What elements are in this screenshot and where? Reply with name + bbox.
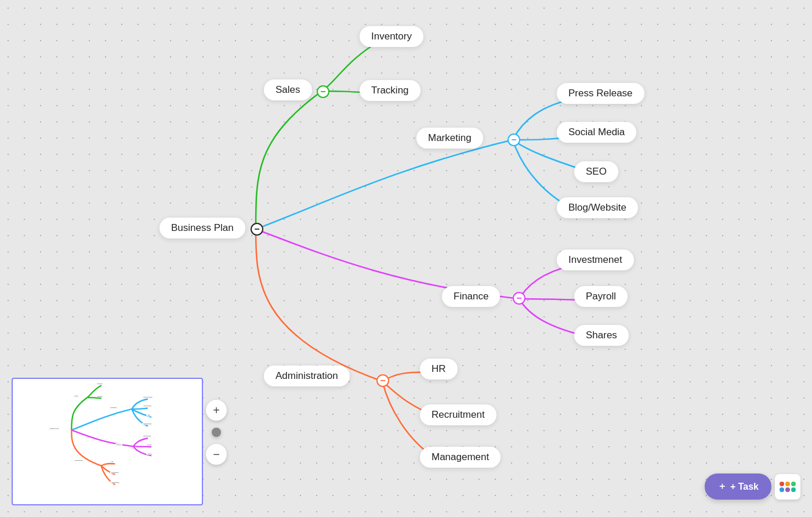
node-social-media[interactable]: Social Media xyxy=(557,122,636,143)
collapse-business-plan[interactable] xyxy=(251,223,263,236)
node-sales[interactable]: Sales xyxy=(264,79,312,100)
zoom-in-button[interactable]: + xyxy=(206,400,227,421)
node-management[interactable]: Management xyxy=(420,447,501,468)
node-blog-website[interactable]: Blog/Website xyxy=(557,197,638,218)
node-hr[interactable]: HR xyxy=(420,359,458,379)
node-investmenet[interactable]: Investmenet xyxy=(557,250,634,270)
node-business-plan[interactable]: Business Plan xyxy=(160,218,245,238)
task-icon: ＋ xyxy=(717,480,727,493)
minimap: Administration Business Plan Sales Inven… xyxy=(12,378,203,505)
collapse-administration[interactable] xyxy=(376,374,389,387)
zoom-controls: + − xyxy=(206,400,227,465)
node-tracking[interactable]: Tracking xyxy=(360,80,420,101)
node-inventory[interactable]: Inventory xyxy=(360,26,423,47)
node-finance[interactable]: Finance xyxy=(442,286,500,307)
task-label: + Task xyxy=(730,482,759,492)
zoom-fit-button[interactable] xyxy=(212,428,221,437)
node-seo[interactable]: SEO xyxy=(574,161,618,182)
node-shares[interactable]: Shares xyxy=(574,325,629,346)
collapse-finance[interactable] xyxy=(513,292,525,305)
node-administration[interactable]: Administration xyxy=(264,366,350,386)
node-recruitment[interactable]: Recruitment xyxy=(420,404,496,425)
add-task-button[interactable]: ＋ + Task xyxy=(705,473,771,500)
view-toggle-button[interactable] xyxy=(775,474,800,500)
zoom-out-button[interactable]: − xyxy=(206,444,227,465)
node-marketing[interactable]: Marketing xyxy=(416,128,483,149)
collapse-sales[interactable] xyxy=(317,85,329,98)
node-press-release[interactable]: Press Release xyxy=(557,83,644,104)
node-payroll[interactable]: Payroll xyxy=(574,286,628,307)
collapse-marketing[interactable] xyxy=(507,133,520,146)
grid-icon xyxy=(780,482,796,492)
